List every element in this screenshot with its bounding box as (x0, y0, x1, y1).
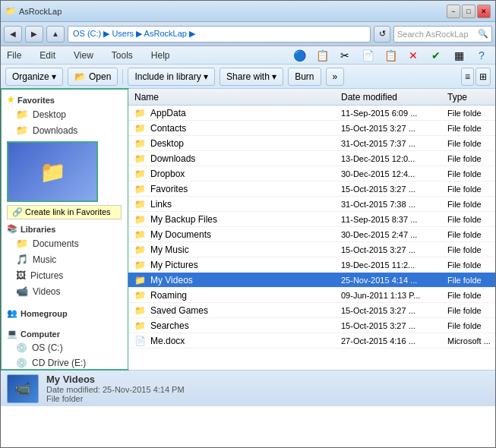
search-icon: 🔍 (478, 29, 488, 39)
sidebar-label-downloads: Downloads (33, 125, 77, 136)
toolbar-icon-help[interactable]: ? (471, 47, 492, 64)
table-row[interactable]: 📁 My Videos 25-Nov-2015 4:14 ... File fo… (128, 273, 495, 288)
file-name-cell: 📁 Roaming (128, 290, 341, 301)
address-path[interactable]: OS (C:) ▶ Users ▶ AsRockLap ▶ (68, 26, 371, 43)
file-icon: 📄 (134, 336, 146, 346)
sidebar-divider (1, 299, 128, 305)
search-box[interactable]: Search AsRockLap 🔍 (393, 26, 492, 43)
table-row[interactable]: 📁 My Pictures 19-Dec-2015 11:2... File f… (128, 257, 495, 273)
file-name-text: Dropbox (150, 169, 185, 179)
file-name-text: Links (150, 199, 172, 210)
view-tiles-button[interactable]: ⊞ (475, 68, 491, 86)
table-row[interactable]: 📁 Desktop 31-Oct-2015 7:37 ... File fold… (128, 136, 495, 151)
file-type-cell: File folde (447, 230, 495, 239)
file-type-cell: File folde (447, 321, 495, 330)
more-button[interactable]: » (326, 68, 345, 86)
column-header-row: Name Date modified Type (128, 89, 495, 106)
file-name-text: Roaming (150, 290, 187, 301)
file-icon: 📁 (134, 275, 146, 286)
file-type-cell: File folde (447, 139, 495, 148)
sidebar-item-pictures[interactable]: 🖼 Pictures (1, 267, 128, 283)
burn-button[interactable]: Burn (288, 68, 321, 86)
table-row[interactable]: 📁 My Backup Files 11-Sep-2015 8:37 ... F… (128, 212, 495, 227)
file-icon: 📁 (134, 199, 146, 210)
table-row[interactable]: 📁 Searches 15-Oct-2015 3:27 ... File fol… (128, 318, 495, 333)
forward-button[interactable]: ▶ (25, 26, 43, 43)
file-name-cell: 📁 My Backup Files (128, 214, 341, 225)
file-icon: 📁 (134, 123, 146, 134)
drag-folder-icon: 📁 (39, 159, 66, 185)
organize-button[interactable]: Organize ▾ (5, 68, 63, 86)
share-with-button[interactable]: Share with ▾ (220, 68, 283, 86)
refresh-button[interactable]: ↺ (374, 26, 390, 43)
star-icon: ★ (7, 95, 14, 105)
toolbar-icon-clip[interactable]: 📋 (311, 47, 333, 64)
computer-header: 💻 Computer (1, 326, 128, 340)
toolbar-icon-paste[interactable]: 📋 (380, 47, 401, 64)
file-name-text: Contacts (150, 123, 186, 134)
file-type-cell: Microsoft ... (447, 336, 495, 345)
table-row[interactable]: 📁 Favorites 15-Oct-2015 3:27 ... File fo… (128, 181, 495, 197)
menu-edit[interactable]: Edit (36, 49, 58, 62)
toolbar-icon-check[interactable]: ✔ (425, 47, 447, 64)
file-name-cell: 📁 My Documents (128, 229, 341, 240)
toolbar-icon-copy[interactable]: 📄 (357, 47, 378, 64)
table-row[interactable]: 📁 My Documents 30-Dec-2015 2:47 ... File… (128, 227, 495, 242)
table-row[interactable]: 📁 Links 31-Oct-2015 7:38 ... File folde (128, 197, 495, 212)
sidebar-label-videos: Videos (33, 286, 60, 297)
table-row[interactable]: 📁 My Music 15-Oct-2015 3:27 ... File fol… (128, 242, 495, 257)
open-button[interactable]: 📂 Open (68, 68, 118, 86)
view-details-button[interactable]: ≡ (461, 68, 474, 86)
table-row[interactable]: 📁 Roaming 09-Jun-2011 1:13 P... File fol… (128, 288, 495, 303)
table-row[interactable]: 📁 Dropbox 30-Dec-2015 12:4... File folde (128, 166, 495, 181)
include-library-button[interactable]: Include in library ▾ (128, 68, 215, 86)
computer-icon: 💻 (7, 329, 17, 339)
toolbar-icon-delete[interactable]: ✕ (403, 47, 424, 64)
sidebar-item-desktop[interactable]: 📁 Desktop (1, 106, 128, 122)
sidebar-item-documents[interactable]: 📁 Documents (1, 235, 128, 251)
sidebar-item-music[interactable]: 🎵 Music (1, 251, 128, 267)
file-date-cell: 15-Oct-2015 3:27 ... (341, 185, 447, 194)
file-date-cell: 19-Dec-2015 11:2... (341, 260, 447, 270)
file-name-text: My Documents (150, 229, 211, 240)
sidebar-item-downloads[interactable]: 📁 Downloads (1, 122, 128, 138)
table-row[interactable]: 📁 Saved Games 15-Oct-2015 3:27 ... File … (128, 303, 495, 318)
maximize-button[interactable]: □ (462, 5, 475, 18)
col-date-header[interactable]: Date modified (341, 92, 447, 103)
table-row[interactable]: 📄 Me.docx 27-Oct-2015 4:16 ... Microsoft… (128, 333, 495, 349)
back-button[interactable]: ◀ (4, 26, 22, 43)
thumb-icon: 📹 (14, 380, 31, 397)
file-icon: 📁 (134, 245, 146, 255)
sidebar-item-videos[interactable]: 📹 Videos (1, 283, 128, 299)
file-name-text: AppData (150, 108, 186, 118)
actionbar: Organize ▾ 📂 Open Include in library ▾ S… (1, 65, 495, 89)
file-date-cell: 11-Sep-2015 8:37 ... (341, 215, 447, 224)
col-type-header[interactable]: Type (447, 92, 495, 103)
menu-view[interactable]: View (71, 49, 96, 62)
menu-help[interactable]: Help (148, 49, 173, 62)
file-icon: 📁 (134, 229, 146, 240)
table-row[interactable]: 📁 Contacts 15-Oct-2015 3:27 ... File fol… (128, 121, 495, 136)
table-row[interactable]: 📁 AppData 11-Sep-2015 6:09 ... File fold… (128, 106, 495, 121)
folder-icon: 📹 (16, 286, 28, 297)
file-type-cell: File folde (447, 245, 495, 254)
file-date-cell: 31-Oct-2015 7:38 ... (341, 200, 447, 209)
sidebar-item-os-c[interactable]: 💿 OS (C:) (1, 340, 128, 355)
computer-label: Computer (21, 330, 60, 339)
minimize-button[interactable]: − (447, 5, 460, 18)
file-name-cell: 📁 Contacts (128, 123, 341, 134)
view-controls: ≡ ⊞ (461, 68, 491, 86)
window-icon: 📁 (5, 6, 16, 16)
file-icon: 📁 (134, 138, 146, 149)
sidebar-item-cd-drive[interactable]: 💿 CD Drive (E:) (1, 355, 128, 370)
up-button[interactable]: ▲ (46, 26, 65, 43)
table-row[interactable]: 📁 Downloads 13-Dec-2015 12:0... File fol… (128, 151, 495, 166)
toolbar-icon-email[interactable]: 🔵 (289, 47, 310, 64)
toolbar-icon-view[interactable]: ▦ (448, 47, 469, 64)
toolbar-icon-cut[interactable]: ✂ (334, 47, 355, 64)
col-name-header[interactable]: Name (128, 92, 341, 103)
close-button[interactable]: ✕ (477, 5, 491, 18)
menu-tools[interactable]: Tools (109, 49, 136, 62)
file-name-text: Searches (150, 320, 189, 331)
menu-file[interactable]: File (4, 49, 24, 62)
